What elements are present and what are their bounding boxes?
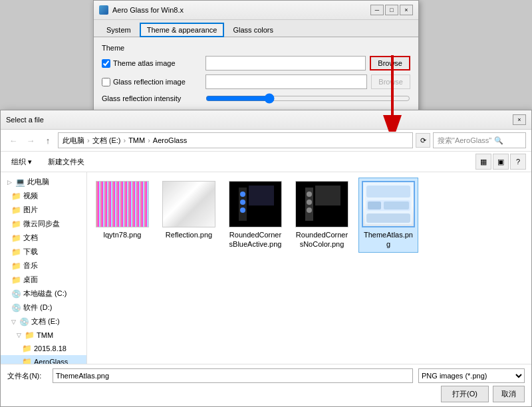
forward-button[interactable]: → <box>23 133 38 148</box>
svg-rect-15 <box>366 186 410 198</box>
sidebar-label-desktop: 桌面 <box>23 275 38 285</box>
file-name-rounded-nocolor: RoundedCornersNoColor.png <box>295 230 348 249</box>
folder-icon-music: 📁 <box>11 261 21 271</box>
file-item-rounded-active[interactable]: RoundedCornersBlueActive.png <box>225 178 285 253</box>
intensity-slider[interactable] <box>205 93 410 104</box>
file-name-reflection: Reflection.png <box>166 230 212 239</box>
sidebar-label-aeroglass: AeroGlass <box>34 358 68 364</box>
file-name-themeatlas: ThemeAtlas.png <box>362 230 415 249</box>
view-btn-grid[interactable]: ▦ <box>475 154 491 170</box>
help-button[interactable]: ? <box>510 154 526 170</box>
folder-icon-video: 📁 <box>11 192 21 201</box>
aero-glass-settings-dialog: Aero Glass for Win8.x ─ □ × System Theme… <box>93 0 419 111</box>
titlebar-left: Aero Glass for Win8.x <box>99 5 184 15</box>
sidebar-item-video[interactable]: 📁 视频 <box>1 189 86 203</box>
file-item-themeatlas[interactable]: ThemeAtlas.png <box>358 178 418 253</box>
sidebar-label-video: 视频 <box>23 191 38 201</box>
breadcrumb[interactable]: 此电脑 › 文档 (E:) › TMM › AeroGlass <box>58 132 413 148</box>
filetype-select[interactable]: PNG images (*.png) <box>418 368 525 383</box>
file-dialog-titlebar: Select a file × <box>1 110 531 130</box>
window-controls: ─ □ × <box>370 5 413 15</box>
file-item-rounded-nocolor[interactable]: RoundedCornersNoColor.png <box>292 178 352 253</box>
atlas-input[interactable] <box>205 56 366 70</box>
sidebar-label-pics: 图片 <box>23 205 38 215</box>
svg-point-10 <box>307 192 312 197</box>
cancel-button[interactable]: 取消 <box>493 386 525 402</box>
file-dialog-close-button[interactable]: × <box>513 114 526 125</box>
file-name-lqytn: lqytn78.png <box>104 230 142 239</box>
file-grid: lqytn78.png Reflection.png Ro <box>87 172 531 364</box>
file-thumbnail-rounded-active <box>229 181 282 227</box>
organize-button[interactable]: 组织 ▾ <box>6 154 37 170</box>
reflection-browse-button[interactable]: Browse <box>371 74 410 89</box>
file-picker-dialog: Select a file × ← → ↑ 此电脑 › 文档 (E:) › TM… <box>0 110 532 407</box>
pc-icon: 💻 <box>15 178 25 187</box>
close-button[interactable]: × <box>400 5 413 15</box>
atlas-row: Theme atlas image Browse <box>102 56 410 70</box>
atlas-checkbox-label[interactable]: Theme atlas image <box>102 59 201 68</box>
sidebar-item-tmm[interactable]: ▽ 📁 TMM <box>1 329 86 342</box>
breadcrumb-part-0: 此电脑 <box>63 136 84 146</box>
sidebar-label-downloads: 下载 <box>23 247 38 257</box>
sidebar-item-pc[interactable]: ▷ 💻 此电脑 <box>1 175 86 189</box>
atlas-checkbox[interactable] <box>102 59 110 68</box>
folder-icon-pics: 📁 <box>11 205 21 215</box>
search-box[interactable]: 搜索"AeroGlass" 🔍 <box>433 132 526 148</box>
settings-tabs: System Theme & appearance Glass colors <box>94 20 418 37</box>
folder-icon-aeroglass: 📁 <box>22 357 31 364</box>
reflection-checkbox[interactable] <box>102 78 110 86</box>
rounded-active-svg <box>235 184 275 224</box>
sidebar-label-tmm: TMM <box>37 331 53 339</box>
new-folder-button[interactable]: 新建文件夹 <box>43 154 90 170</box>
sidebar-item-pics[interactable]: 📁 图片 <box>1 203 86 217</box>
atlas-browse-button[interactable]: Browse <box>370 56 410 70</box>
svg-point-5 <box>240 200 245 205</box>
tab-system[interactable]: System <box>99 23 138 37</box>
expand-icon-tmm: ▽ <box>17 332 22 339</box>
folder-icon-docs: 📁 <box>11 233 21 243</box>
sidebar-item-desktop[interactable]: 📁 桌面 <box>1 273 86 287</box>
sidebar-item-docs[interactable]: 📁 文档 <box>1 231 86 245</box>
file-sidebar: ▷ 💻 此电脑 📁 视频 📁 图片 📁 微云同步盘 📁 文档 📁 <box>1 172 87 364</box>
folder-icon-date: 📁 <box>22 344 31 353</box>
reflection-input[interactable] <box>205 74 367 89</box>
file-bottom-bar: 文件名(N): PNG images (*.png) 打开(O) 取消 <box>1 364 531 406</box>
file-item-lqytn[interactable]: lqytn78.png <box>92 178 152 253</box>
file-nav-toolbar: ← → ↑ 此电脑 › 文档 (E:) › TMM › AeroGlass ⟳ … <box>1 130 531 152</box>
sidebar-item-softD[interactable]: 💿 软件 (D:) <box>1 301 86 315</box>
sidebar-label-date: 2015.8.18 <box>34 344 66 352</box>
file-item-reflection[interactable]: Reflection.png <box>159 178 219 253</box>
atlas-label-text: Theme atlas image <box>113 59 176 67</box>
sidebar-item-weiyun[interactable]: 📁 微云同步盘 <box>1 217 86 231</box>
settings-titlebar: Aero Glass for Win8.x ─ □ × <box>94 1 418 20</box>
rounded-nocolor-svg <box>302 184 342 224</box>
settings-title: Aero Glass for Win8.x <box>112 6 184 14</box>
svg-point-4 <box>240 192 245 197</box>
sidebar-item-music[interactable]: 📁 音乐 <box>1 259 86 273</box>
filename-input[interactable] <box>53 368 413 383</box>
folder-icon-weiyun: 📁 <box>11 219 21 229</box>
sidebar-label-docsE: 文档 (E:) <box>31 317 60 327</box>
sidebar-item-docsE[interactable]: ▽ 💿 文档 (E:) <box>1 315 86 329</box>
sidebar-item-date[interactable]: 📁 2015.8.18 <box>1 342 86 355</box>
open-button[interactable]: 打开(O) <box>441 386 489 402</box>
up-button[interactable]: ↑ <box>41 133 55 148</box>
sidebar-item-aeroglass[interactable]: 📁 AeroGlass <box>1 355 86 364</box>
reflection-checkbox-label[interactable]: Glass reflection image <box>102 78 201 86</box>
tab-glass-colors[interactable]: Glass colors <box>225 23 281 37</box>
svg-point-12 <box>307 207 312 213</box>
tab-theme-appearance[interactable]: Theme & appearance <box>140 23 225 37</box>
sidebar-item-downloads[interactable]: 📁 下载 <box>1 245 86 259</box>
breadcrumb-part-1: 文档 (E:) <box>92 136 121 146</box>
maximize-button[interactable]: □ <box>385 5 398 15</box>
sidebar-label-localC: 本地磁盘 (C:) <box>23 289 66 299</box>
minimize-button[interactable]: ─ <box>370 5 384 15</box>
sidebar-item-localC[interactable]: 💿 本地磁盘 (C:) <box>1 287 86 301</box>
sidebar-label-weiyun: 微云同步盘 <box>23 219 60 229</box>
back-button[interactable]: ← <box>6 133 21 148</box>
file-action-toolbar: 组织 ▾ 新建文件夹 ▦ ▣ ? <box>1 152 531 172</box>
view-btn-list[interactable]: ▣ <box>493 154 509 170</box>
svg-rect-19 <box>384 202 409 209</box>
refresh-button[interactable]: ⟳ <box>416 133 430 148</box>
folder-icon-downloads: 📁 <box>11 247 21 257</box>
